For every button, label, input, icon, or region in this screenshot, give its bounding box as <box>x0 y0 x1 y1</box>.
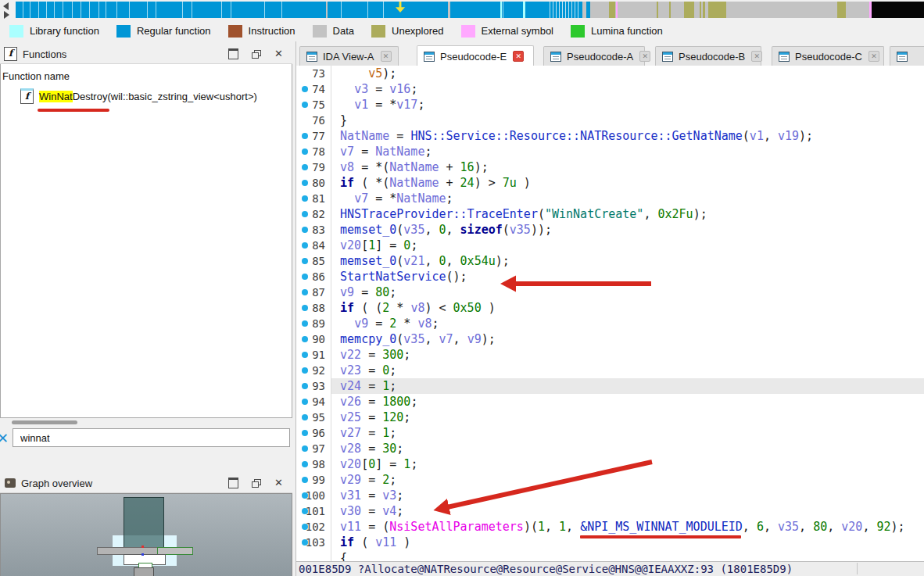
nav-band-segment[interactable] <box>326 2 328 18</box>
code-line-98[interactable]: 98 v20[0] = 1; <box>296 456 924 472</box>
nav-band-segment[interactable] <box>582 2 586 18</box>
tab-ida-view-a[interactable]: IDA View-A✕ <box>299 46 399 66</box>
nav-band-segment[interactable] <box>503 2 503 18</box>
nav-scroll-left-icon[interactable] <box>3 2 9 10</box>
close-button[interactable]: ✕ <box>274 49 283 59</box>
nav-band-segment[interactable] <box>553 2 553 18</box>
code-line-75[interactable]: 75 v1 = *v17; <box>296 97 924 113</box>
code-line-76[interactable]: 76 } <box>296 113 924 128</box>
float-button[interactable] <box>252 479 261 488</box>
graph-overview-canvas[interactable] <box>0 493 292 576</box>
code-line-100[interactable]: 100 v31 = v3; <box>296 488 924 503</box>
nav-band-segment[interactable] <box>46 2 47 18</box>
code-line-93[interactable]: 93 v24 = 1; <box>296 378 924 394</box>
code-line-82[interactable]: 82 HNSTraceProvider::TraceEnter("WinNatC… <box>296 206 924 222</box>
nav-band-segment[interactable] <box>568 2 569 18</box>
code-line-103[interactable]: 103 if ( v11 ) <box>296 535 924 550</box>
code-line-80[interactable]: 80 if ( *(NatName + 24) > 7u ) <box>296 175 924 191</box>
function-name-column-header[interactable]: Function name <box>2 70 70 82</box>
nav-band-segment[interactable] <box>63 2 63 18</box>
nav-band-segment[interactable] <box>616 2 618 18</box>
nav-band-segment[interactable] <box>556 2 557 18</box>
close-tab-button[interactable]: ✕ <box>513 51 524 62</box>
code-line-96[interactable]: 96 v27 = 1; <box>296 425 924 441</box>
nav-band-segment[interactable] <box>869 2 872 18</box>
code-line-90[interactable]: 90 memcpy_0(v35, v7, v9); <box>296 331 924 347</box>
code-line-92[interactable]: 92 v23 = 0; <box>296 363 924 378</box>
graph-overview-titlebar[interactable]: Graph overview ✕ <box>0 474 292 493</box>
nav-band-segment[interactable] <box>129 2 130 18</box>
nav-band-segment[interactable] <box>231 2 231 18</box>
code-line-74[interactable]: 74 v3 = v16; <box>296 81 924 97</box>
nav-band-segment[interactable] <box>182 2 183 18</box>
nav-band-segment[interactable] <box>156 2 156 18</box>
nav-band-segment[interactable] <box>559 2 560 18</box>
code-line-89[interactable]: 89 v9 = 2 * v8; <box>296 316 924 331</box>
code-line-86[interactable]: 86 StartNatService(); <box>296 269 924 284</box>
navigation-band[interactable] <box>0 0 924 20</box>
code-line-95[interactable]: 95 v25 = 120; <box>296 410 924 425</box>
nav-band-segment[interactable] <box>837 2 846 18</box>
code-line-97[interactable]: 97 v28 = 30; <box>296 441 924 456</box>
code-line-79[interactable]: 79 v8 = *(NatName + 16); <box>296 159 924 175</box>
nav-band-segment[interactable] <box>38 2 39 18</box>
close-button[interactable]: ✕ <box>274 478 283 488</box>
function-list-item[interactable]: f WinNatDestroy(wil::basic_zstring_view<… <box>1 88 292 105</box>
close-tab-button[interactable]: ✕ <box>868 51 879 62</box>
tab-pseudocode-b[interactable]: Pseudocode-B✕ <box>655 46 761 66</box>
nav-band-segment[interactable] <box>23 2 23 18</box>
code-line-94[interactable]: 94 v26 = 1800; <box>296 394 924 410</box>
nav-band-segment[interactable] <box>872 2 924 18</box>
tab-partial[interactable] <box>890 46 924 66</box>
nav-band-segment[interactable] <box>264 2 265 18</box>
nav-band-segment[interactable] <box>448 2 450 18</box>
scrollbar-thumb[interactable] <box>12 420 77 424</box>
code-line-continuation[interactable]: { <box>296 550 924 561</box>
code-line-88[interactable]: 88 if ( (2 * v8) < 0x50 ) <box>296 300 924 316</box>
nav-band-segment[interactable] <box>500 2 502 18</box>
nav-band-segment[interactable] <box>98 2 99 18</box>
nav-band-segment[interactable] <box>147 2 148 18</box>
code-line-77[interactable]: 77 NatName = HNS::Service::Resource::NAT… <box>296 128 924 144</box>
nav-band-segment[interactable] <box>523 2 525 18</box>
code-line-85[interactable]: 85 memset_0(v21, 0, 0x54u); <box>296 253 924 269</box>
nav-band-segment[interactable] <box>703 2 705 18</box>
nav-band-segment[interactable] <box>708 2 726 18</box>
nav-band-segment[interactable] <box>81 2 81 18</box>
nav-band-segment[interactable] <box>575 2 575 18</box>
nav-band-segment[interactable] <box>30 2 30 18</box>
nav-band-segment[interactable] <box>578 2 578 18</box>
code-line-102[interactable]: 102 v11 = (NsiSetAllParameters)(1, 1, &N… <box>296 519 924 535</box>
tab-pseudocode-e[interactable]: Pseudocode-E✕ <box>417 45 534 66</box>
nav-band-segment[interactable] <box>669 2 671 18</box>
nav-band-segment[interactable] <box>609 2 615 18</box>
nav-band-segment[interactable] <box>590 2 872 18</box>
filter-clear-icon[interactable]: ✕ <box>0 430 9 447</box>
code-line-78[interactable]: 78 v7 = NatName; <box>296 144 924 159</box>
nav-band-segment[interactable] <box>367 2 368 18</box>
maximize-button[interactable] <box>228 48 238 59</box>
tab-pseudocode-a[interactable]: Pseudocode-A✕ <box>543 46 645 66</box>
nav-band-segment[interactable] <box>565 2 566 18</box>
functions-horizontal-scrollbar[interactable] <box>2 420 291 425</box>
code-line-81[interactable]: 81 v7 = *NatName; <box>296 191 924 206</box>
nav-band-segment[interactable] <box>116 2 117 18</box>
nav-band-segment[interactable] <box>657 2 658 18</box>
nav-band-segment[interactable] <box>16 2 590 18</box>
nav-band-segment[interactable] <box>684 2 694 18</box>
nav-band-segment[interactable] <box>281 2 282 18</box>
nav-band-segment[interactable] <box>192 2 192 18</box>
nav-band-segment[interactable] <box>341 2 342 18</box>
nav-band-segment[interactable] <box>562 2 563 18</box>
code-line-83[interactable]: 83 memset_0(v35, 0, sizeof(v35)); <box>296 222 924 238</box>
functions-panel-titlebar[interactable]: f Functions ✕ <box>0 45 292 64</box>
code-line-87[interactable]: 87 v9 = 80; <box>296 284 924 300</box>
maximize-button[interactable] <box>228 478 238 488</box>
pseudocode-view[interactable]: 73 v5);74 v3 = v16;75 v1 = *v17;76 }77 N… <box>296 66 924 561</box>
close-tab-button[interactable]: ✕ <box>381 51 392 62</box>
nav-band-segment[interactable] <box>550 2 550 18</box>
float-button[interactable] <box>252 50 261 59</box>
nav-band-segment[interactable] <box>221 2 222 18</box>
nav-band-segment[interactable] <box>571 2 572 18</box>
code-line-101[interactable]: 101 v30 = v4; <box>296 503 924 519</box>
